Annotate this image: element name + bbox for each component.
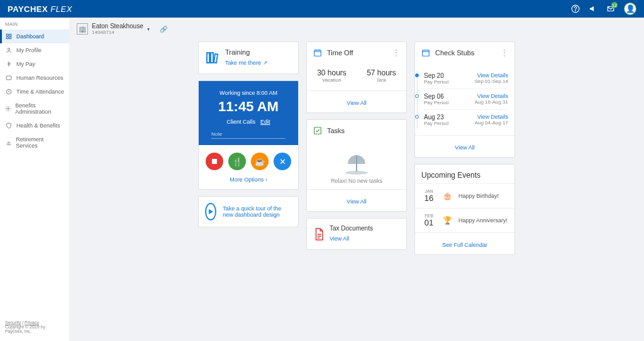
- stub-date: Sep 06: [424, 93, 448, 100]
- svg-rect-11: [211, 53, 213, 63]
- main-content: 🏢 Eaton Steakhouse 14048714 ▾ 🔗 Training: [69, 18, 644, 341]
- events-card: Upcoming Events JAN16 🎂 Happy Birthday! …: [414, 164, 515, 255]
- sidebar-item-my-pay[interactable]: My Pay: [0, 57, 69, 71]
- link-icon[interactable]: 🔗: [160, 26, 167, 33]
- sidebar-item-label: Health & Benefits: [16, 122, 60, 129]
- logo: PAYCHEX FLEX: [8, 4, 72, 14]
- chart-icon: [5, 139, 12, 146]
- footer-security-link[interactable]: Security: [5, 320, 21, 325]
- vacation-hours: 30 hours: [317, 68, 347, 77]
- stub-range: Aug 18-Aug 31: [475, 99, 508, 105]
- tour-link[interactable]: Take a quick tour of the new dashboard d…: [223, 205, 292, 218]
- sidebar-item-health[interactable]: Health & Benefits: [0, 119, 69, 133]
- stub-item[interactable]: Sep 20Pay Period View DetailsSep 01-Sep …: [424, 68, 508, 89]
- stub-period: Pay Period: [424, 100, 448, 106]
- check-stubs-card: Check Stubs ⋮ Sep 20Pay Period View Deta…: [414, 41, 515, 158]
- stub-range: Aug 04-Aug 17: [475, 120, 508, 126]
- svg-rect-13: [212, 159, 217, 164]
- more-icon[interactable]: ⋮: [501, 48, 508, 57]
- sidebar-item-retirement[interactable]: Retirement Services: [0, 133, 69, 153]
- event-item[interactable]: JAN16 🎂 Happy Birthday!: [415, 183, 514, 208]
- event-day: 16: [421, 193, 436, 203]
- stub-period: Pay Period: [424, 121, 448, 126]
- footer-privacy-link[interactable]: Privacy: [25, 320, 39, 325]
- training-title: Training: [225, 48, 268, 56]
- megaphone-icon[interactable]: [589, 4, 597, 13]
- stub-item[interactable]: Aug 23Pay Period View DetailsAug 04-Aug …: [424, 110, 508, 130]
- calendar-icon: [421, 48, 430, 57]
- timeoff-title: Time Off: [327, 49, 387, 57]
- sidebar-item-label: Time & Attendance: [16, 89, 64, 95]
- stub-details-link[interactable]: View Details: [475, 72, 508, 78]
- help-icon[interactable]: [571, 4, 580, 13]
- sidebar-item-my-profile[interactable]: My Profile: [0, 43, 69, 57]
- svg-rect-7: [6, 76, 11, 80]
- stub-details-link[interactable]: View Details: [475, 93, 508, 99]
- svg-rect-12: [214, 54, 218, 63]
- company-name: Eaton Steakhouse: [92, 23, 143, 30]
- timeline-dot-icon: [415, 94, 419, 98]
- tax-card: Tax Documents View All: [306, 218, 407, 250]
- sidebar-item-hr[interactable]: Human Resources: [0, 71, 69, 85]
- stubs-title: Check Stubs: [435, 49, 496, 57]
- shield-icon: [5, 122, 13, 129]
- sidebar-item-label: My Profile: [16, 47, 42, 53]
- sidebar-item-dashboard[interactable]: Dashboard: [0, 30, 69, 43]
- event-day: 01: [421, 218, 436, 227]
- svg-point-9: [8, 108, 9, 110]
- brand-name: PAYCHEX: [8, 4, 48, 14]
- events-title: Upcoming Events: [415, 165, 514, 183]
- document-icon: [313, 227, 325, 241]
- sidebar-item-time[interactable]: Time & Attendance: [0, 85, 69, 99]
- trophy-icon: 🏆: [443, 216, 452, 225]
- sidebar-item-label: Benefits Administration: [15, 102, 64, 115]
- avatar[interactable]: 👤: [624, 3, 636, 15]
- timeoff-card: Time Off ⋮ 30 hours Vacation 57 hours Si…: [306, 41, 407, 113]
- stop-button[interactable]: [206, 153, 223, 170]
- stub-item[interactable]: Sep 06Pay Period View DetailsAug 18-Aug …: [424, 89, 508, 110]
- tasks-view-all[interactable]: View All: [347, 198, 366, 205]
- meal-button[interactable]: 🍴: [228, 153, 246, 170]
- sidebar-item-label: Human Resources: [16, 75, 64, 81]
- clock-since: Working since 8:00 AM: [205, 90, 292, 96]
- sidebar: MAIN Dashboard My Profile My Pay Human R…: [0, 18, 69, 341]
- sick-hours: 57 hours: [367, 68, 396, 77]
- svg-point-1: [575, 11, 576, 11]
- transfer-button[interactable]: ✕: [274, 153, 291, 170]
- timeline-line: [417, 71, 418, 129]
- event-month: JAN: [421, 189, 436, 193]
- tasks-title: Tasks: [327, 127, 400, 134]
- svg-rect-10: [207, 53, 209, 63]
- see-full-calendar[interactable]: See Full Calendar: [442, 242, 487, 248]
- company-id: 14048714: [92, 30, 143, 35]
- mail-icon[interactable]: 12: [606, 4, 615, 13]
- svg-rect-18: [423, 50, 430, 56]
- company-selector[interactable]: 🏢 Eaton Steakhouse 14048714 ▾ 🔗: [77, 23, 636, 35]
- event-month: FEB: [421, 214, 436, 218]
- tour-card: Take a quick tour of the new dashboard d…: [198, 196, 299, 227]
- tasks-empty-text: Relax! No new tasks: [307, 178, 406, 184]
- clock-note-input[interactable]: Note: [211, 131, 286, 139]
- sidebar-item-label: Dashboard: [16, 33, 44, 40]
- pay-icon: [5, 61, 13, 67]
- sidebar-item-benefits-admin[interactable]: Benefits Administration: [0, 99, 69, 119]
- svg-rect-14: [314, 50, 321, 56]
- more-icon[interactable]: ⋮: [392, 48, 400, 57]
- stub-date: Aug 23: [424, 114, 448, 121]
- tax-view-all[interactable]: View All: [330, 235, 349, 242]
- notif-badge: 12: [611, 2, 618, 8]
- books-icon: [205, 50, 220, 65]
- clock-edit-link[interactable]: Edit: [260, 119, 270, 125]
- timeoff-view-all[interactable]: View All: [347, 100, 366, 106]
- stub-details-link[interactable]: View Details: [475, 114, 508, 120]
- break-button[interactable]: ☕: [251, 153, 269, 170]
- training-link[interactable]: Take me there ↗: [225, 60, 268, 66]
- sidebar-section-label: MAIN: [0, 21, 69, 30]
- event-item[interactable]: FEB01 🏆 Happy Anniversary!: [415, 208, 514, 232]
- stubs-view-all[interactable]: View All: [455, 144, 474, 151]
- chevron-down-icon[interactable]: ▾: [147, 26, 150, 32]
- svg-rect-4: [6, 37, 8, 39]
- more-options-link[interactable]: More Options ›: [199, 174, 298, 189]
- stub-range: Sep 01-Sep 14: [475, 78, 508, 84]
- play-button[interactable]: [205, 203, 216, 220]
